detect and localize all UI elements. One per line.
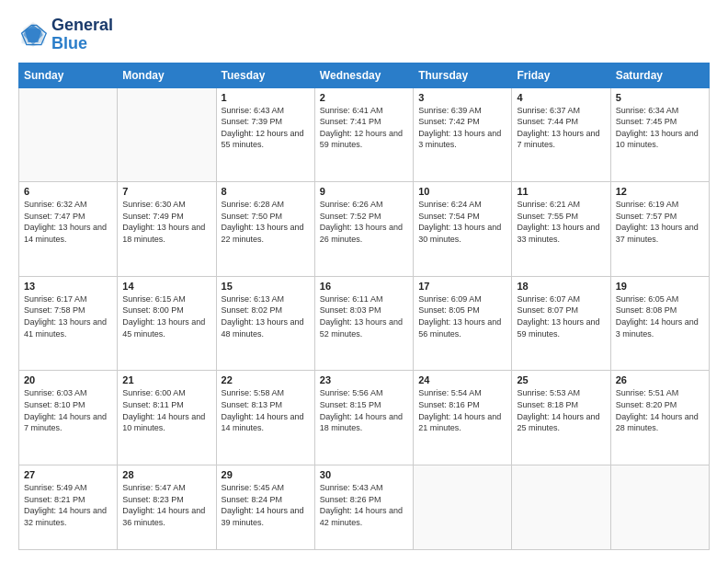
- day-info: Sunrise: 6:13 AM Sunset: 8:02 PM Dayligh…: [222, 293, 310, 339]
- calendar-cell: 7Sunrise: 6:30 AM Sunset: 7:49 PM Daylig…: [118, 182, 216, 277]
- day-info: Sunrise: 6:11 AM Sunset: 8:03 PM Dayligh…: [320, 293, 408, 339]
- calendar-cell: 2Sunrise: 6:41 AM Sunset: 7:41 PM Daylig…: [314, 87, 413, 182]
- calendar-cell: 18Sunrise: 6:07 AM Sunset: 8:07 PM Dayli…: [512, 276, 610, 371]
- day-header-sunday: Sunday: [19, 63, 118, 87]
- week-row-3: 13Sunrise: 6:17 AM Sunset: 7:58 PM Dayli…: [19, 276, 710, 371]
- logo-blue-text: Blue: [51, 35, 113, 53]
- calendar-cell: 19Sunrise: 6:05 AM Sunset: 8:08 PM Dayli…: [610, 276, 709, 371]
- day-info: Sunrise: 6:19 AM Sunset: 7:57 PM Dayligh…: [616, 199, 704, 245]
- logo-icon: [18, 20, 48, 50]
- calendar-cell: 4Sunrise: 6:37 AM Sunset: 7:44 PM Daylig…: [512, 87, 610, 182]
- day-header-monday: Monday: [118, 63, 216, 87]
- day-number: 8: [222, 186, 310, 197]
- day-info: Sunrise: 5:56 AM Sunset: 8:15 PM Dayligh…: [320, 387, 408, 433]
- day-number: 4: [517, 92, 605, 103]
- week-row-1: 1Sunrise: 6:43 AM Sunset: 7:39 PM Daylig…: [19, 87, 710, 182]
- day-number: 15: [222, 281, 310, 292]
- calendar-cell: 16Sunrise: 6:11 AM Sunset: 8:03 PM Dayli…: [314, 276, 413, 371]
- logo-name: GeneralBlue: [51, 17, 113, 53]
- day-number: 9: [320, 186, 408, 197]
- calendar-cell: 21Sunrise: 6:00 AM Sunset: 8:11 PM Dayli…: [118, 371, 216, 465]
- days-header-row: SundayMondayTuesdayWednesdayThursdayFrid…: [19, 63, 710, 87]
- logo: GeneralBlue: [18, 17, 113, 53]
- day-number: 29: [222, 469, 310, 480]
- day-number: 27: [24, 469, 112, 480]
- day-number: 28: [122, 469, 210, 480]
- day-info: Sunrise: 5:58 AM Sunset: 8:13 PM Dayligh…: [222, 387, 310, 433]
- calendar-cell: 30Sunrise: 5:43 AM Sunset: 8:26 PM Dayli…: [314, 465, 413, 550]
- day-info: Sunrise: 5:43 AM Sunset: 8:26 PM Dayligh…: [320, 482, 408, 528]
- calendar-cell: 29Sunrise: 5:45 AM Sunset: 8:24 PM Dayli…: [216, 465, 314, 550]
- day-info: Sunrise: 6:37 AM Sunset: 7:44 PM Dayligh…: [517, 105, 605, 151]
- week-row-2: 6Sunrise: 6:32 AM Sunset: 7:47 PM Daylig…: [19, 182, 710, 277]
- calendar-cell: 5Sunrise: 6:34 AM Sunset: 7:45 PM Daylig…: [610, 87, 709, 182]
- day-info: Sunrise: 6:30 AM Sunset: 7:49 PM Dayligh…: [122, 199, 210, 245]
- day-info: Sunrise: 6:00 AM Sunset: 8:11 PM Dayligh…: [122, 387, 210, 433]
- day-info: Sunrise: 6:17 AM Sunset: 7:58 PM Dayligh…: [24, 293, 112, 339]
- day-info: Sunrise: 6:24 AM Sunset: 7:54 PM Dayligh…: [418, 199, 506, 245]
- day-number: 20: [24, 374, 112, 385]
- day-info: Sunrise: 6:07 AM Sunset: 8:07 PM Dayligh…: [517, 293, 605, 339]
- day-number: 10: [418, 186, 506, 197]
- day-number: 14: [122, 281, 210, 292]
- day-number: 2: [320, 92, 408, 103]
- day-info: Sunrise: 6:21 AM Sunset: 7:55 PM Dayligh…: [517, 199, 605, 245]
- calendar-cell: 6Sunrise: 6:32 AM Sunset: 7:47 PM Daylig…: [19, 182, 118, 277]
- day-info: Sunrise: 5:47 AM Sunset: 8:23 PM Dayligh…: [122, 482, 210, 528]
- day-number: 18: [517, 281, 605, 292]
- calendar-cell: 23Sunrise: 5:56 AM Sunset: 8:15 PM Dayli…: [314, 371, 413, 465]
- day-number: 30: [320, 469, 408, 480]
- day-number: 19: [616, 281, 704, 292]
- calendar-cell: 15Sunrise: 6:13 AM Sunset: 8:02 PM Dayli…: [216, 276, 314, 371]
- day-header-friday: Friday: [512, 63, 610, 87]
- day-info: Sunrise: 5:51 AM Sunset: 8:20 PM Dayligh…: [616, 387, 704, 433]
- day-header-wednesday: Wednesday: [314, 63, 413, 87]
- day-header-tuesday: Tuesday: [216, 63, 314, 87]
- calendar-cell: 22Sunrise: 5:58 AM Sunset: 8:13 PM Dayli…: [216, 371, 314, 465]
- header: GeneralBlue: [18, 17, 710, 53]
- day-info: Sunrise: 6:32 AM Sunset: 7:47 PM Dayligh…: [24, 199, 112, 245]
- calendar-cell: 8Sunrise: 6:28 AM Sunset: 7:50 PM Daylig…: [216, 182, 314, 277]
- day-header-saturday: Saturday: [610, 63, 709, 87]
- calendar-cell: [19, 87, 118, 182]
- day-info: Sunrise: 5:53 AM Sunset: 8:18 PM Dayligh…: [517, 387, 605, 433]
- calendar-cell: 25Sunrise: 5:53 AM Sunset: 8:18 PM Dayli…: [512, 371, 610, 465]
- day-header-thursday: Thursday: [414, 63, 512, 87]
- calendar-cell: 17Sunrise: 6:09 AM Sunset: 8:05 PM Dayli…: [414, 276, 512, 371]
- day-info: Sunrise: 6:39 AM Sunset: 7:42 PM Dayligh…: [418, 105, 506, 151]
- calendar-cell: 27Sunrise: 5:49 AM Sunset: 8:21 PM Dayli…: [19, 465, 118, 550]
- logo-text-block: GeneralBlue: [51, 17, 113, 53]
- calendar-cell: [414, 465, 512, 550]
- day-number: 21: [122, 374, 210, 385]
- day-info: Sunrise: 6:09 AM Sunset: 8:05 PM Dayligh…: [418, 293, 506, 339]
- calendar-cell: 14Sunrise: 6:15 AM Sunset: 8:00 PM Dayli…: [118, 276, 216, 371]
- page: GeneralBlue SundayMondayTuesdayWednesday…: [0, 0, 728, 563]
- week-row-4: 20Sunrise: 6:03 AM Sunset: 8:10 PM Dayli…: [19, 371, 710, 465]
- day-info: Sunrise: 6:26 AM Sunset: 7:52 PM Dayligh…: [320, 199, 408, 245]
- calendar-cell: 12Sunrise: 6:19 AM Sunset: 7:57 PM Dayli…: [610, 182, 709, 277]
- day-number: 25: [517, 374, 605, 385]
- calendar-cell: 13Sunrise: 6:17 AM Sunset: 7:58 PM Dayli…: [19, 276, 118, 371]
- calendar-cell: 3Sunrise: 6:39 AM Sunset: 7:42 PM Daylig…: [414, 87, 512, 182]
- day-number: 6: [24, 186, 112, 197]
- day-info: Sunrise: 5:45 AM Sunset: 8:24 PM Dayligh…: [222, 482, 310, 528]
- day-number: 3: [418, 92, 506, 103]
- day-number: 13: [24, 281, 112, 292]
- day-info: Sunrise: 6:15 AM Sunset: 8:00 PM Dayligh…: [122, 293, 210, 339]
- day-number: 11: [517, 186, 605, 197]
- day-number: 1: [222, 92, 310, 103]
- day-number: 16: [320, 281, 408, 292]
- day-number: 23: [320, 374, 408, 385]
- calendar-table: SundayMondayTuesdayWednesdayThursdayFrid…: [18, 63, 710, 550]
- day-number: 7: [122, 186, 210, 197]
- day-info: Sunrise: 6:03 AM Sunset: 8:10 PM Dayligh…: [24, 387, 112, 433]
- calendar-cell: 10Sunrise: 6:24 AM Sunset: 7:54 PM Dayli…: [414, 182, 512, 277]
- day-info: Sunrise: 6:41 AM Sunset: 7:41 PM Dayligh…: [320, 105, 408, 151]
- calendar-cell: 24Sunrise: 5:54 AM Sunset: 8:16 PM Dayli…: [414, 371, 512, 465]
- day-info: Sunrise: 6:05 AM Sunset: 8:08 PM Dayligh…: [616, 293, 704, 339]
- calendar-cell: 26Sunrise: 5:51 AM Sunset: 8:20 PM Dayli…: [610, 371, 709, 465]
- calendar-cell: 28Sunrise: 5:47 AM Sunset: 8:23 PM Dayli…: [118, 465, 216, 550]
- day-number: 24: [418, 374, 506, 385]
- week-row-5: 27Sunrise: 5:49 AM Sunset: 8:21 PM Dayli…: [19, 465, 710, 550]
- day-info: Sunrise: 5:49 AM Sunset: 8:21 PM Dayligh…: [24, 482, 112, 528]
